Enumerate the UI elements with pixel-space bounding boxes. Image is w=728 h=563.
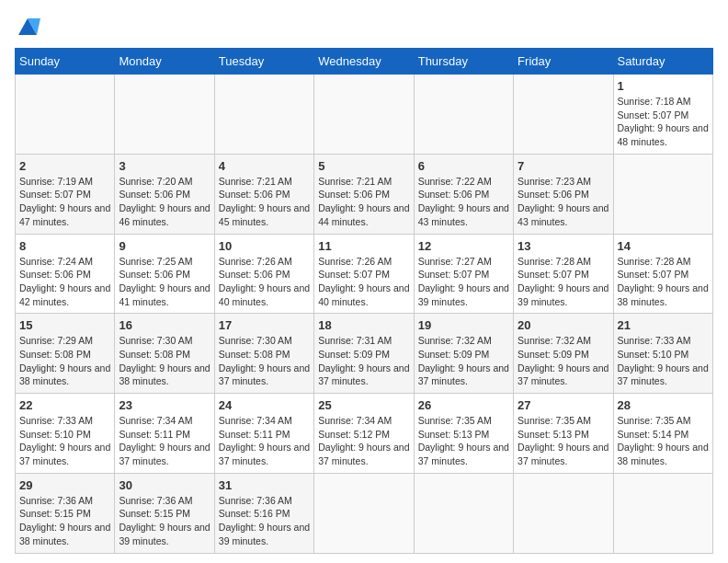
day-info: Sunrise: 7:23 AMSunset: 5:06 PMDaylight:… [518, 175, 609, 229]
calendar-day [314, 473, 414, 553]
day-number: 21 [618, 318, 709, 332]
calendar-day: 9 Sunrise: 7:25 AMSunset: 5:06 PMDayligh… [115, 234, 214, 314]
day-info: Sunrise: 7:33 AMSunset: 5:10 PMDaylight:… [19, 414, 110, 468]
calendar-day: 18 Sunrise: 7:31 AMSunset: 5:09 PMDaylig… [314, 314, 414, 394]
day-info: Sunrise: 7:33 AMSunset: 5:10 PMDaylight:… [618, 334, 709, 388]
day-info: Sunrise: 7:22 AMSunset: 5:06 PMDaylight:… [418, 175, 509, 229]
calendar-day: 20 Sunrise: 7:32 AMSunset: 5:09 PMDaylig… [514, 314, 613, 394]
calendar-day [514, 473, 613, 553]
calendar-day [414, 75, 513, 155]
day-info: Sunrise: 7:34 AMSunset: 5:11 PMDaylight:… [119, 414, 210, 468]
day-number: 27 [518, 398, 609, 412]
header-day: Friday [514, 49, 613, 75]
day-number: 4 [219, 159, 310, 173]
day-info: Sunrise: 7:36 AMSunset: 5:15 PMDaylight:… [19, 494, 110, 548]
day-number: 25 [318, 398, 409, 412]
day-info: Sunrise: 7:34 AMSunset: 5:11 PMDaylight:… [219, 414, 310, 468]
calendar-day [613, 154, 712, 234]
logo-icon [15, 15, 40, 40]
day-info: Sunrise: 7:28 AMSunset: 5:07 PMDaylight:… [618, 255, 709, 309]
day-number: 11 [318, 239, 409, 253]
calendar-day: 25 Sunrise: 7:34 AMSunset: 5:12 PMDaylig… [314, 394, 414, 474]
day-number: 17 [219, 318, 310, 332]
day-info: Sunrise: 7:30 AMSunset: 5:08 PMDaylight:… [219, 334, 310, 388]
header-day: Sunday [16, 49, 115, 75]
calendar-day: 28 Sunrise: 7:35 AMSunset: 5:14 PMDaylig… [613, 394, 712, 474]
calendar-week: 29 Sunrise: 7:36 AMSunset: 5:15 PMDaylig… [16, 473, 713, 553]
calendar-day: 4 Sunrise: 7:21 AMSunset: 5:06 PMDayligh… [214, 154, 313, 234]
day-number: 2 [19, 159, 110, 173]
day-number: 9 [119, 239, 210, 253]
day-number: 10 [219, 239, 310, 253]
calendar-day: 22 Sunrise: 7:33 AMSunset: 5:10 PMDaylig… [16, 394, 115, 474]
calendar-day [514, 75, 613, 155]
header-day: Monday [115, 49, 214, 75]
day-number: 22 [19, 398, 110, 412]
calendar-day [314, 75, 414, 155]
day-info: Sunrise: 7:31 AMSunset: 5:09 PMDaylight:… [318, 334, 409, 388]
calendar-day [613, 473, 712, 553]
calendar-week: 22 Sunrise: 7:33 AMSunset: 5:10 PMDaylig… [16, 394, 713, 474]
calendar-header: SundayMondayTuesdayWednesdayThursdayFrid… [16, 49, 713, 75]
calendar-day: 7 Sunrise: 7:23 AMSunset: 5:06 PMDayligh… [514, 154, 613, 234]
calendar-day: 5 Sunrise: 7:21 AMSunset: 5:06 PMDayligh… [314, 154, 414, 234]
calendar-day: 27 Sunrise: 7:35 AMSunset: 5:13 PMDaylig… [514, 394, 613, 474]
day-number: 13 [518, 239, 609, 253]
calendar-day [115, 75, 214, 155]
day-number: 14 [618, 239, 709, 253]
day-number: 16 [119, 318, 210, 332]
day-info: Sunrise: 7:35 AMSunset: 5:14 PMDaylight:… [618, 414, 709, 468]
calendar-day: 6 Sunrise: 7:22 AMSunset: 5:06 PMDayligh… [414, 154, 513, 234]
page-header [15, 15, 713, 40]
day-number: 19 [418, 318, 509, 332]
calendar-week: 15 Sunrise: 7:29 AMSunset: 5:08 PMDaylig… [16, 314, 713, 394]
day-info: Sunrise: 7:35 AMSunset: 5:13 PMDaylight:… [518, 414, 609, 468]
calendar-day [214, 75, 313, 155]
day-number: 26 [418, 398, 509, 412]
day-number: 31 [219, 478, 310, 492]
day-info: Sunrise: 7:18 AMSunset: 5:07 PMDaylight:… [618, 95, 709, 149]
day-number: 6 [418, 159, 509, 173]
day-number: 23 [119, 398, 210, 412]
calendar-day: 31 Sunrise: 7:36 AMSunset: 5:16 PMDaylig… [214, 473, 313, 553]
calendar-day: 30 Sunrise: 7:36 AMSunset: 5:15 PMDaylig… [115, 473, 214, 553]
day-info: Sunrise: 7:25 AMSunset: 5:06 PMDaylight:… [119, 255, 210, 309]
day-number: 28 [618, 398, 709, 412]
header-day: Wednesday [314, 49, 414, 75]
calendar-day: 17 Sunrise: 7:30 AMSunset: 5:08 PMDaylig… [214, 314, 313, 394]
day-info: Sunrise: 7:29 AMSunset: 5:08 PMDaylight:… [19, 334, 110, 388]
calendar-day: 14 Sunrise: 7:28 AMSunset: 5:07 PMDaylig… [613, 234, 712, 314]
day-info: Sunrise: 7:27 AMSunset: 5:07 PMDaylight:… [418, 255, 509, 309]
header-day: Thursday [414, 49, 513, 75]
calendar-week: 2 Sunrise: 7:19 AMSunset: 5:07 PMDayligh… [16, 154, 713, 234]
day-number: 29 [19, 478, 110, 492]
calendar-body: 1 Sunrise: 7:18 AMSunset: 5:07 PMDayligh… [16, 75, 713, 554]
day-info: Sunrise: 7:35 AMSunset: 5:13 PMDaylight:… [418, 414, 509, 468]
calendar-day: 21 Sunrise: 7:33 AMSunset: 5:10 PMDaylig… [613, 314, 712, 394]
calendar-day: 12 Sunrise: 7:27 AMSunset: 5:07 PMDaylig… [414, 234, 513, 314]
day-info: Sunrise: 7:30 AMSunset: 5:08 PMDaylight:… [119, 334, 210, 388]
day-info: Sunrise: 7:21 AMSunset: 5:06 PMDaylight:… [318, 175, 409, 229]
day-number: 5 [318, 159, 409, 173]
calendar-day: 10 Sunrise: 7:26 AMSunset: 5:06 PMDaylig… [214, 234, 313, 314]
day-info: Sunrise: 7:19 AMSunset: 5:07 PMDaylight:… [19, 175, 110, 229]
day-info: Sunrise: 7:24 AMSunset: 5:06 PMDaylight:… [19, 255, 110, 309]
calendar-day: 2 Sunrise: 7:19 AMSunset: 5:07 PMDayligh… [16, 154, 115, 234]
header-day: Saturday [613, 49, 712, 75]
logo [15, 15, 44, 40]
calendar-day: 11 Sunrise: 7:26 AMSunset: 5:07 PMDaylig… [314, 234, 414, 314]
calendar-day: 3 Sunrise: 7:20 AMSunset: 5:06 PMDayligh… [115, 154, 214, 234]
day-number: 1 [618, 79, 709, 93]
day-info: Sunrise: 7:32 AMSunset: 5:09 PMDaylight:… [518, 334, 609, 388]
calendar-day: 24 Sunrise: 7:34 AMSunset: 5:11 PMDaylig… [214, 394, 313, 474]
calendar-day: 19 Sunrise: 7:32 AMSunset: 5:09 PMDaylig… [414, 314, 513, 394]
day-number: 30 [119, 478, 210, 492]
day-info: Sunrise: 7:26 AMSunset: 5:06 PMDaylight:… [219, 255, 310, 309]
day-info: Sunrise: 7:36 AMSunset: 5:16 PMDaylight:… [219, 494, 310, 548]
calendar-day: 26 Sunrise: 7:35 AMSunset: 5:13 PMDaylig… [414, 394, 513, 474]
day-info: Sunrise: 7:36 AMSunset: 5:15 PMDaylight:… [119, 494, 210, 548]
calendar-day: 8 Sunrise: 7:24 AMSunset: 5:06 PMDayligh… [16, 234, 115, 314]
calendar-day: 23 Sunrise: 7:34 AMSunset: 5:11 PMDaylig… [115, 394, 214, 474]
day-number: 7 [518, 159, 609, 173]
calendar-day [16, 75, 115, 155]
